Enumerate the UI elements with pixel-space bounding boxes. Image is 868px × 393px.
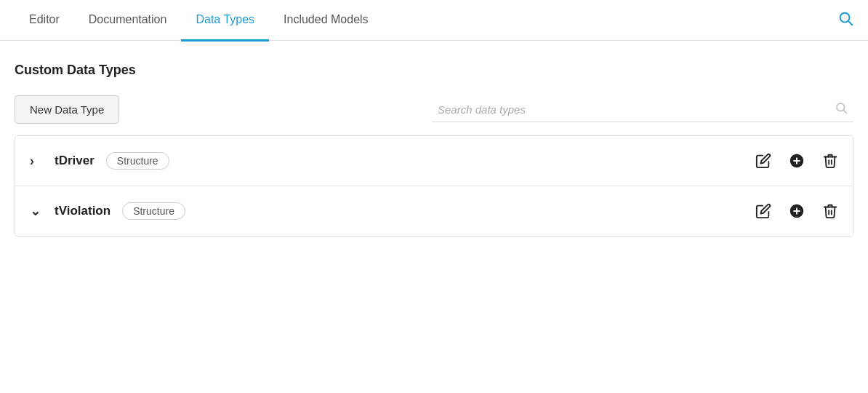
search-container [432, 97, 853, 122]
tab-editor[interactable]: Editor [15, 0, 74, 41]
type-badge-tdriver: Structure [106, 152, 169, 170]
svg-line-1 [848, 21, 852, 25]
data-types-list: › tDriver Structure [15, 135, 853, 237]
add-icon-tdriver[interactable] [789, 153, 805, 169]
table-row: › tDriver Structure [15, 136, 853, 186]
type-name-tdriver: tDriver [55, 154, 95, 168]
tab-data-types[interactable]: Data Types [181, 0, 269, 41]
tab-documentation[interactable]: Documentation [74, 0, 182, 41]
table-row: ⌄ tViolation Structure [15, 186, 853, 236]
edit-icon-tviolation[interactable] [755, 203, 771, 219]
toolbar-row: New Data Type [15, 95, 853, 124]
search-small-icon [835, 101, 848, 117]
type-badge-tviolation: Structure [122, 202, 185, 220]
add-icon-tviolation[interactable] [789, 203, 805, 219]
section-title: Custom Data Types [15, 63, 853, 78]
edit-icon-tdriver[interactable] [755, 153, 771, 169]
row-actions-tdriver [755, 153, 838, 169]
tab-included-models[interactable]: Included Models [269, 0, 383, 41]
row-actions-tviolation [755, 203, 838, 219]
expand-icon-tviolation[interactable]: ⌄ [30, 203, 41, 219]
svg-line-3 [843, 110, 846, 113]
expand-icon-tdriver[interactable]: › [30, 154, 41, 169]
type-name-tviolation: tViolation [55, 204, 110, 218]
nav-bar: Editor Documentation Data Types Included… [0, 0, 868, 41]
page-content: Custom Data Types New Data Type › tDrive… [0, 41, 868, 251]
new-data-type-button[interactable]: New Data Type [15, 95, 119, 124]
search-input[interactable] [438, 103, 832, 116]
delete-icon-tdriver[interactable] [822, 153, 838, 169]
search-icon[interactable] [837, 10, 853, 30]
delete-icon-tviolation[interactable] [822, 203, 838, 219]
